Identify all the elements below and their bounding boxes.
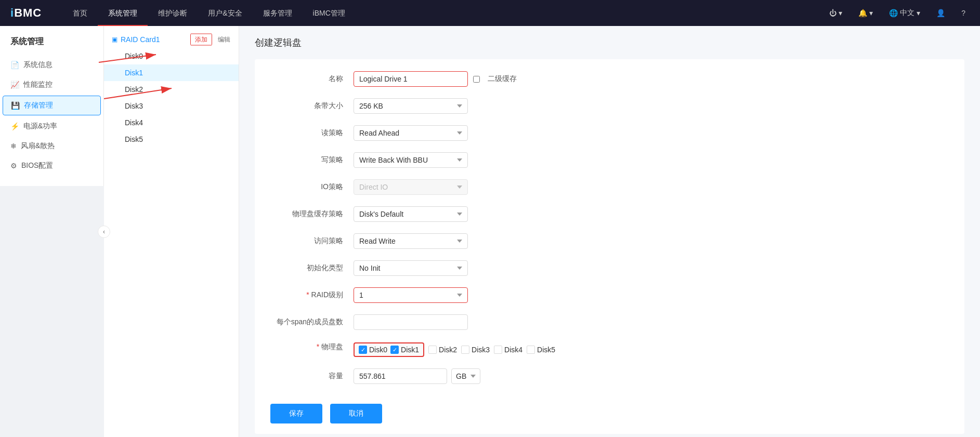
raid-level-label: RAID级别 (270, 290, 354, 300)
read-policy-select[interactable]: Read Ahead No Read Ahead Adaptive Read A… (354, 125, 468, 141)
access-policy-label: 访问策略 (270, 236, 354, 246)
nav-ibmc-mgmt[interactable]: iBMC管理 (303, 0, 356, 26)
main-container: 系统管理 📄 系统信息 📈 性能监控 💾 存储管理 ⚡ 电源&功率 ❄ 风扇&散… (0, 26, 980, 437)
nav-maintenance[interactable]: 维护诊断 (148, 0, 198, 26)
span-members-input[interactable] (354, 314, 468, 330)
tree-disk-4[interactable]: Disk4 (104, 114, 239, 131)
section-title: 创建逻辑盘 (255, 36, 964, 49)
read-policy-label: 读策略 (270, 128, 354, 138)
raid-icon: ▣ (112, 36, 117, 43)
user-button[interactable]: 👤 (932, 7, 949, 19)
nav-service-mgmt[interactable]: 服务管理 (253, 0, 303, 26)
init-type-select[interactable]: No Init Fast Init Background Init (354, 260, 468, 276)
tree-panel: ▣ RAID Card1 添加 编辑 Disk0 Disk1 Disk2 Dis… (104, 26, 239, 437)
sidebar: 系统管理 📄 系统信息 📈 性能监控 💾 存储管理 ⚡ 电源&功率 ❄ 风扇&散… (0, 26, 104, 186)
logo-main: BMC (14, 6, 42, 19)
disk4-label: Disk4 (125, 118, 143, 127)
disk1-checkbox[interactable] (390, 346, 399, 354)
io-policy-label: IO策略 (270, 182, 354, 192)
disk2-label: Disk2 (125, 85, 143, 94)
name-field-group: 二级缓存 (354, 71, 517, 87)
raid-level-select[interactable]: 1 0 5 6 10 50 60 (354, 287, 468, 303)
physical-disk-row: 物理盘 Disk0 Disk1 Disk2 (270, 340, 949, 359)
tree-disk-3[interactable]: Disk3 (104, 98, 239, 114)
form-container: 名称 二级缓存 条带大小 256 KB 64 KB 128 KB 512 KB (255, 59, 964, 434)
cancel-button[interactable]: 取消 (330, 404, 382, 423)
init-type-row: 初始化类型 No Init Fast Init Background Init (270, 259, 949, 277)
nav-right-controls: ⏻ ▾ 🔔 ▾ 🌐 中文 ▾ 👤 ? (825, 6, 970, 20)
sidebar-item-label: 系统信息 (23, 60, 53, 70)
disk3-checkbox-item: Disk3 (461, 346, 490, 354)
strip-select[interactable]: 256 KB 64 KB 128 KB 512 KB 1 MB (354, 98, 468, 114)
tree-disk-2[interactable]: Disk2 (104, 81, 239, 98)
sidebar-item-label: 存储管理 (24, 101, 53, 110)
disk0-checkbox[interactable] (359, 346, 367, 354)
user-icon: 👤 (936, 9, 945, 17)
tree-actions: 添加 编辑 (190, 34, 233, 46)
app-logo: iBMC (10, 6, 42, 20)
disk2-checkbox[interactable] (428, 346, 437, 354)
tree-raid-card[interactable]: ▣ RAID Card1 添加 编辑 (104, 31, 239, 48)
nav-system-mgmt[interactable]: 系统管理 (98, 0, 148, 26)
sidebar-item-power[interactable]: ⚡ 电源&功率 (0, 116, 103, 136)
add-button[interactable]: 添加 (190, 34, 212, 46)
disk-cache-select[interactable]: Disk's Default Enabled Disabled (354, 206, 468, 222)
disk5-checkbox[interactable] (527, 346, 535, 354)
capacity-row: 容量 GB TB MB (270, 367, 949, 386)
secondary-cache-checkbox[interactable] (473, 76, 480, 83)
sidebar-collapse-button[interactable]: ‹ (98, 226, 110, 238)
bell-icon: 🔔 (858, 9, 867, 17)
disk5-checkbox-label: Disk5 (537, 346, 555, 354)
write-policy-select[interactable]: Write Back With BBU Write Through Always… (354, 152, 468, 168)
edit-button[interactable]: 编辑 (215, 34, 233, 46)
save-button[interactable]: 保存 (270, 404, 322, 423)
storage-icon: 💾 (11, 101, 20, 110)
sidebar-item-storage[interactable]: 💾 存储管理 (3, 96, 101, 115)
write-policy-row: 写策略 Write Back With BBU Write Through Al… (270, 151, 949, 169)
sidebar-item-label: 风扇&散热 (21, 141, 55, 151)
nav-home[interactable]: 首页 (62, 0, 98, 26)
action-buttons: 保存 取消 (270, 396, 949, 423)
language-selector[interactable]: 🌐 中文 ▾ (885, 6, 924, 20)
disk0-checkbox-label: Disk0 (369, 346, 387, 354)
sidebar-wrapper: 系统管理 📄 系统信息 📈 性能监控 💾 存储管理 ⚡ 电源&功率 ❄ 风扇&散… (0, 26, 104, 437)
name-label: 名称 (270, 74, 354, 84)
raid-level-field-group: 1 0 5 6 10 50 60 (354, 287, 468, 303)
span-members-label: 每个span的成员盘数 (270, 317, 354, 327)
disk1-label: Disk1 (125, 69, 143, 77)
name-input[interactable] (354, 71, 468, 87)
tree-disk-1[interactable]: Disk1 (104, 64, 239, 81)
nav-user-security[interactable]: 用户&安全 (198, 0, 252, 26)
disk3-checkbox-label: Disk3 (472, 346, 490, 354)
power-button[interactable]: ⏻ ▾ (825, 7, 846, 19)
disk3-checkbox[interactable] (461, 346, 469, 354)
sidebar-item-performance[interactable]: 📈 性能监控 (0, 75, 103, 95)
io-policy-select[interactable]: Direct IO Cached IO (354, 179, 468, 195)
physical-disk-field-group: Disk0 Disk1 Disk2 Disk3 (354, 342, 555, 357)
capacity-unit-select[interactable]: GB TB MB (451, 368, 480, 384)
sidebar-item-system-info[interactable]: 📄 系统信息 (0, 55, 103, 75)
lang-chevron: ▾ (917, 9, 920, 17)
strip-field-row: 条带大小 256 KB 64 KB 128 KB 512 KB 1 MB (270, 97, 949, 115)
help-button[interactable]: ? (957, 7, 970, 19)
disk0-label: Disk0 (125, 52, 143, 60)
capacity-input[interactable] (354, 368, 447, 384)
disk-cache-field-group: Disk's Default Enabled Disabled (354, 206, 468, 222)
init-type-label: 初始化类型 (270, 263, 354, 273)
sidebar-item-label: 性能监控 (23, 80, 53, 89)
tree-disk-0[interactable]: Disk0 (104, 48, 239, 64)
sidebar-item-fan[interactable]: ❄ 风扇&散热 (0, 136, 103, 156)
sidebar-item-bios[interactable]: ⚙ BIOS配置 (0, 156, 103, 176)
system-info-icon: 📄 (10, 61, 19, 69)
tree-disk-5[interactable]: Disk5 (104, 131, 239, 148)
physical-disk-label: 物理盘 (270, 342, 354, 352)
disk4-checkbox[interactable] (494, 346, 502, 354)
main-content: 创建逻辑盘 名称 二级缓存 条带大小 256 KB 64 KB 128 (239, 26, 980, 437)
strip-label: 条带大小 (270, 101, 354, 111)
disk3-label: Disk3 (125, 102, 143, 110)
sidebar-item-label: BIOS配置 (21, 161, 53, 170)
access-policy-select[interactable]: Read Write Read Only Blocked (354, 233, 468, 249)
tree-raid-label: RAID Card1 (121, 35, 160, 44)
alert-button[interactable]: 🔔 ▾ (854, 7, 877, 19)
write-policy-field-group: Write Back With BBU Write Through Always… (354, 152, 468, 168)
